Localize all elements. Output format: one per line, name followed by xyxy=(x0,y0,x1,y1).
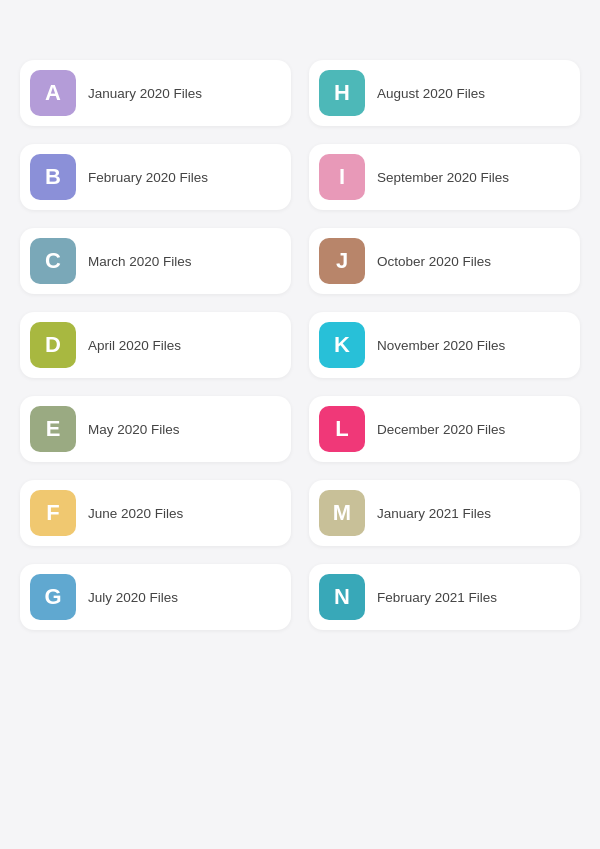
folder-icon: J xyxy=(319,238,365,284)
folder-icon: I xyxy=(319,154,365,200)
folder-item[interactable]: HAugust 2020 Files xyxy=(309,60,580,126)
folder-label: March 2020 Files xyxy=(88,254,192,269)
folder-label: August 2020 Files xyxy=(377,86,485,101)
folder-item[interactable]: EMay 2020 Files xyxy=(20,396,291,462)
folder-item[interactable]: DApril 2020 Files xyxy=(20,312,291,378)
folder-grid: AJanuary 2020 FilesHAugust 2020 FilesBFe… xyxy=(20,60,580,630)
folder-icon: F xyxy=(30,490,76,536)
folder-item[interactable]: BFebruary 2020 Files xyxy=(20,144,291,210)
folder-icon: L xyxy=(319,406,365,452)
folder-label: November 2020 Files xyxy=(377,338,505,353)
folder-icon: M xyxy=(319,490,365,536)
folder-item[interactable]: NFebruary 2021 Files xyxy=(309,564,580,630)
folder-item[interactable]: FJune 2020 Files xyxy=(20,480,291,546)
folder-label: April 2020 Files xyxy=(88,338,181,353)
folder-item[interactable]: MJanuary 2021 Files xyxy=(309,480,580,546)
folder-label: June 2020 Files xyxy=(88,506,183,521)
folder-item[interactable]: ISeptember 2020 Files xyxy=(309,144,580,210)
folder-icon: G xyxy=(30,574,76,620)
folder-label: January 2020 Files xyxy=(88,86,202,101)
folder-icon: K xyxy=(319,322,365,368)
folder-icon: E xyxy=(30,406,76,452)
folder-label: September 2020 Files xyxy=(377,170,509,185)
folder-label: February 2021 Files xyxy=(377,590,497,605)
folder-item[interactable]: LDecember 2020 Files xyxy=(309,396,580,462)
folder-item[interactable]: AJanuary 2020 Files xyxy=(20,60,291,126)
folder-icon: H xyxy=(319,70,365,116)
folder-icon: C xyxy=(30,238,76,284)
folder-icon: D xyxy=(30,322,76,368)
folder-label: December 2020 Files xyxy=(377,422,505,437)
folder-icon: B xyxy=(30,154,76,200)
folder-item[interactable]: JOctober 2020 Files xyxy=(309,228,580,294)
folder-icon: N xyxy=(319,574,365,620)
folder-item[interactable]: GJuly 2020 Files xyxy=(20,564,291,630)
folder-label: January 2021 Files xyxy=(377,506,491,521)
folder-item[interactable]: CMarch 2020 Files xyxy=(20,228,291,294)
folder-label: May 2020 Files xyxy=(88,422,180,437)
folder-icon: A xyxy=(30,70,76,116)
folder-label: July 2020 Files xyxy=(88,590,178,605)
folder-label: October 2020 Files xyxy=(377,254,491,269)
folder-label: February 2020 Files xyxy=(88,170,208,185)
folder-item[interactable]: KNovember 2020 Files xyxy=(309,312,580,378)
